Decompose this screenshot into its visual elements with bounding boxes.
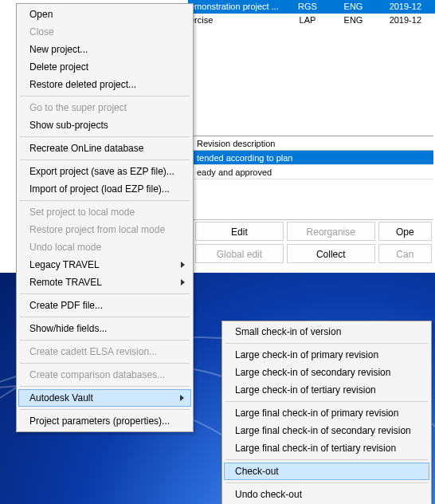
menu-recreate-online[interactable]: Recreate OnLine database: [18, 140, 191, 157]
collect-button[interactable]: Collect: [287, 244, 375, 263]
menu-set-local: Set project to local mode: [18, 203, 191, 221]
menu-separator: [225, 482, 428, 483]
menu-go-super: Go to the super project: [18, 99, 191, 116]
submenu-large-tertiary[interactable]: Large check-in of tertiary revision: [224, 381, 429, 399]
table-row[interactable]: emonstration project ... RGS ENG 2019-12: [188, 0, 435, 14]
submenu-small-checkin[interactable]: Small check-in of version: [224, 323, 429, 341]
chevron-right-icon: [180, 395, 184, 401]
submenu-final-primary[interactable]: Large final check-in of primary revision: [224, 404, 429, 422]
project-table: emonstration project ... RGS ENG 2019-12…: [188, 0, 435, 27]
menu-label: Remote TRAVEL: [29, 277, 102, 288]
menu-separator: [20, 200, 190, 201]
menu-separator: [20, 136, 190, 137]
menu-separator: [20, 409, 190, 410]
menu-import-ezp[interactable]: Import of project (load EZP file)...: [18, 180, 191, 198]
menu-separator: [20, 363, 190, 364]
menu-separator: [225, 343, 428, 344]
menu-show-sub[interactable]: Show sub-projects: [18, 116, 191, 134]
menu-separator: [20, 386, 190, 387]
menu-export-ezp[interactable]: Export project (save as EZP file)...: [18, 163, 191, 180]
submenu-large-primary[interactable]: Large check-in of primary revision: [224, 346, 429, 364]
submenu-final-secondary[interactable]: Large final check-in of secondary revisi…: [224, 422, 429, 439]
cell-date: 2019-12: [375, 0, 423, 14]
open-button[interactable]: Ope: [378, 222, 432, 241]
autodesk-vault-submenu: Small check-in of version Large check-in…: [221, 321, 432, 504]
cancel-button: Can: [378, 244, 432, 263]
cell-lang: ENG: [331, 14, 375, 27]
menu-legacy-travel[interactable]: Legacy TRAVEL: [18, 256, 191, 274]
menu-separator: [20, 293, 190, 294]
cell-lang: ENG: [331, 0, 375, 14]
menu-separator: [225, 459, 428, 460]
chevron-right-icon: [181, 262, 185, 268]
submenu-large-secondary[interactable]: Large check-in of secondary revision: [224, 364, 429, 381]
menu-create-pdf[interactable]: Create PDF file...: [18, 297, 191, 314]
menu-autodesk-vault[interactable]: Autodesk Vault: [18, 389, 191, 407]
cell-date: 2019-12: [375, 14, 423, 27]
submenu-final-tertiary[interactable]: Large final check-in of tertiary revisio…: [224, 439, 429, 457]
edit-button[interactable]: Edit: [195, 222, 284, 241]
cell-name: emonstration project ...: [188, 0, 284, 14]
menu-new-project[interactable]: New project...: [18, 41, 191, 58]
menu-delete-project[interactable]: Delete project: [18, 58, 191, 76]
chevron-right-icon: [181, 279, 185, 285]
revision-panel: Revision description tended according to…: [194, 136, 433, 216]
table-row[interactable]: ercise LAP ENG 2019-12: [188, 14, 435, 27]
action-bar: Edit Reorganise Ope Global edit Collect …: [194, 219, 433, 265]
submenu-undo-check-out[interactable]: Undo check-out: [224, 486, 429, 503]
reorganise-button: Reorganise: [287, 222, 375, 241]
menu-separator: [225, 401, 428, 402]
menu-separator: [20, 340, 190, 341]
menu-restore-local: Restore project from local mode: [18, 221, 191, 238]
menu-create-elsa: Create cadett ELSA revision...: [18, 343, 191, 360]
menu-restore-deleted[interactable]: Restore deleted project...: [18, 76, 191, 93]
menu-separator: [20, 317, 190, 317]
menu-label: Autodesk Vault: [29, 392, 93, 404]
menu-separator: [20, 96, 190, 96]
revision-row[interactable]: eady and approved: [194, 165, 433, 179]
menu-label: Legacy TRAVEL: [29, 259, 100, 270]
global-edit-button: Global edit: [195, 244, 284, 263]
menu-project-params[interactable]: Project parameters (properties)...: [18, 412, 191, 430]
menu-show-hide[interactable]: Show/hide fields...: [18, 320, 191, 337]
menu-remote-travel[interactable]: Remote TRAVEL: [18, 274, 191, 291]
menu-open[interactable]: Open: [18, 6, 191, 23]
menu-separator: [20, 159, 190, 160]
cell-code: LAP: [284, 14, 331, 27]
cell-code: RGS: [284, 0, 331, 14]
menu-close: Close: [18, 23, 191, 41]
menu-create-compare: Create comparison databases...: [18, 366, 191, 384]
revision-header: Revision description: [194, 136, 433, 151]
menu-undo-local: Undo local mode: [18, 238, 191, 256]
cell-name: ercise: [188, 14, 284, 27]
revision-row[interactable]: tended according to plan: [194, 151, 433, 165]
submenu-check-out[interactable]: Check-out: [224, 463, 429, 480]
context-menu: Open Close New project... Delete project…: [16, 3, 194, 432]
